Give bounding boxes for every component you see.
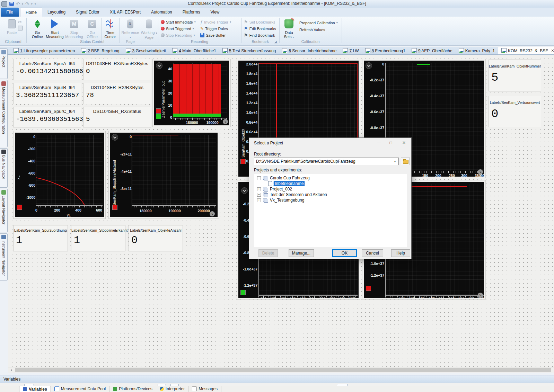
tab-signal-editor[interactable]: Signal Editor <box>71 8 105 17</box>
tab-xil-api[interactable]: XIL API EESPort <box>105 8 146 17</box>
tab-automation[interactable]: Automation <box>146 8 177 17</box>
layout-tab-7[interactable]: 7 LW <box>340 47 362 54</box>
bookmark-dialog-launcher-icon[interactable]: ◢ <box>274 40 278 44</box>
start-immediate-button[interactable]: Start Immediate ▾ <box>161 19 196 25</box>
resize-icon[interactable]: ↘ <box>210 211 215 216</box>
legend-red <box>17 205 22 210</box>
layout-tab-4[interactable]: 4 Main_Oberfläche1 <box>169 47 219 54</box>
rail-tab-measurement-configuration[interactable]: Measurement Configuration <box>0 80 8 147</box>
maximize-icon[interactable]: □ <box>385 138 397 148</box>
undo-caret-icon[interactable]: ▾ <box>22 2 23 6</box>
layout-tab-2[interactable]: 2 BSF_Regelung <box>78 47 122 54</box>
trigger-rules-button[interactable]: ✎ Trigger Rules <box>200 25 228 32</box>
root-directory-combobox[interactable]: D:\SVN\SDE Praktikum\Software\CaroloCupF… <box>254 158 399 165</box>
layout-icon <box>14 48 19 53</box>
layout-tab-kom-rs232[interactable]: KOM_RS232_&_BSF✕ <box>498 47 554 54</box>
rail-tab-layout-navigator[interactable]: Layout Navigator <box>0 189 8 232</box>
stop-measuring-button[interactable]: M Stop Measuring <box>64 18 84 39</box>
trace-red <box>259 63 358 64</box>
data-sets-button[interactable]: Data Sets ▾ <box>281 18 297 39</box>
edit-bookmarks-button[interactable]: ⚑ Edit Bookmarks <box>244 25 276 32</box>
qat-customize-icon[interactable]: ▾ <box>35 2 36 6</box>
layout-tab-kamera[interactable]: Kamera_Poly_1 <box>456 47 498 54</box>
layout-tab-9[interactable]: 9 AEP_Oberfläche <box>408 47 456 54</box>
go-offline-button[interactable]: C Go Offline <box>82 18 102 39</box>
ok-button[interactable]: OK <box>332 249 357 257</box>
chevron-down-icon[interactable] <box>241 187 248 194</box>
chevron-down-icon[interactable] <box>112 134 118 141</box>
tree-item-vx-testumgebung[interactable]: + Vx_Testumgebung <box>257 197 304 203</box>
chevron-down-icon[interactable] <box>156 62 162 69</box>
cancel-button[interactable]: Cancel <box>362 249 383 257</box>
layout-tab-8[interactable]: 8 Fernbedienung1 <box>362 47 408 54</box>
rail-tab-project[interactable]: Project <box>0 48 8 79</box>
bottom-tab-measurement-data-pool[interactable]: Measurement Data Pool <box>51 386 109 392</box>
resize-icon[interactable]: ↘ <box>223 119 228 124</box>
tree-item-project-002[interactable]: + Project_002 <box>257 186 292 192</box>
projects-tree[interactable]: - Carolo Cup Fahrzeug Inbetriebnahme + P… <box>254 174 407 247</box>
cut-icon[interactable]: ✂ <box>18 19 22 25</box>
bottom-tab-platforms-devices[interactable]: Platforms/Devices <box>109 386 156 392</box>
expand-icon[interactable]: + <box>257 193 261 197</box>
bottom-tab-variables[interactable]: Variables <box>19 386 51 392</box>
go-online-button[interactable]: Go Online <box>28 18 47 39</box>
scroll-left-icon[interactable]: ‹ <box>9 367 14 373</box>
invoke-trigger-button[interactable]: ƒ Invoke Trigger ▾ <box>200 19 231 25</box>
app-icon[interactable] <box>1 1 7 7</box>
chevron-down-icon[interactable] <box>366 62 372 69</box>
layout-icon <box>172 48 177 53</box>
tab-layouting[interactable]: Layouting <box>42 8 71 17</box>
resize-icon[interactable]: ↘ <box>478 169 483 175</box>
scrollbar-thumb[interactable] <box>15 368 551 372</box>
expand-icon[interactable]: + <box>257 198 261 202</box>
layout-tab-3[interactable]: 3 Geschwindigkeit <box>123 47 169 54</box>
side-rail: Project Measurement Configuration Bus Na… <box>0 48 8 280</box>
refresh-values-button[interactable]: Refresh Values <box>299 26 325 33</box>
time-cursor-button[interactable]: Time Cursor <box>103 18 118 39</box>
set-bookmarks-button[interactable]: ⚑ Set Bookmarks <box>244 19 275 25</box>
tree-item-inbetriebnahme[interactable]: Inbetriebnahme <box>268 181 305 186</box>
expand-icon[interactable]: + <box>257 187 261 191</box>
bottom-tab-messages[interactable]: Messages <box>188 386 221 392</box>
tab-file[interactable]: File <box>1 8 19 17</box>
display-spurb: Labels/SenKam_SpurB_f643.36823511123657 <box>13 83 81 104</box>
stop-recording-button[interactable]: Stop Recording ▾ <box>161 32 195 38</box>
horizontal-scrollbar[interactable]: ‹ <box>8 367 554 373</box>
start-measuring-button[interactable]: Start Measuring <box>45 18 64 39</box>
save-buffer-button[interactable]: Save Buffer <box>200 32 226 38</box>
combo-dropdown-icon[interactable]: ▾ <box>392 158 398 164</box>
redo-caret-icon[interactable]: ▾ <box>31 2 33 6</box>
display-status: DS1104SER_RX/Status5 <box>83 107 151 127</box>
layout-tab-6[interactable]: 6 Sensor_Inbetriebnahme <box>279 47 340 54</box>
start-triggered-button[interactable]: Start Triggered ▾ <box>161 25 194 32</box>
tree-item-test-der-sensoren[interactable]: + Test der Sensoren und Aktoren <box>257 192 327 197</box>
close-tab-icon[interactable]: ✕ <box>551 48 554 53</box>
plot-area <box>36 135 103 206</box>
help-button[interactable]: Help <box>391 249 410 257</box>
find-bookmark-button[interactable]: ⚑ Find Bookmark <box>244 32 275 38</box>
working-page-button[interactable]: Working ▾ Page <box>139 18 159 39</box>
tab-view[interactable]: View <box>205 8 225 17</box>
proposed-calibration-button[interactable]: Proposed Calibration ▾ <box>299 19 338 26</box>
layout-tab-1[interactable]: 1 Längesregler parametrieren <box>10 47 78 54</box>
tree-item-carolo-cup-fahrzeug[interactable]: - Carolo Cup Fahrzeug <box>257 175 310 181</box>
undo-icon[interactable]: ↶ <box>16 1 20 7</box>
layout-tab-5[interactable]: 5 Test Streckenerfassung <box>219 47 279 54</box>
delete-button[interactable]: Delete <box>258 249 278 257</box>
bottom-tab-interpreter[interactable]: Interpreter <box>156 386 188 392</box>
browse-folder-button[interactable] <box>401 158 410 165</box>
collapse-icon[interactable]: - <box>257 176 261 180</box>
rail-tab-bus-navigator[interactable]: Bus Navigator <box>0 148 8 188</box>
go-offline-icon: C <box>88 20 96 28</box>
tab-platforms[interactable]: Platforms <box>177 8 205 17</box>
copy-icon[interactable] <box>18 26 23 30</box>
save-icon[interactable] <box>9 2 14 6</box>
rail-tab-instrument-navigator[interactable]: Instrument Navigator <box>0 233 8 280</box>
manage-button[interactable]: Manage... <box>289 249 314 257</box>
minimize-icon[interactable]: — <box>373 138 385 148</box>
resize-icon[interactable]: ↘ <box>478 293 483 298</box>
layout-icon <box>412 48 417 53</box>
close-icon[interactable]: ✕ <box>398 138 410 148</box>
redo-icon[interactable]: ↷ <box>25 1 29 7</box>
tab-home[interactable]: Home <box>20 8 42 17</box>
